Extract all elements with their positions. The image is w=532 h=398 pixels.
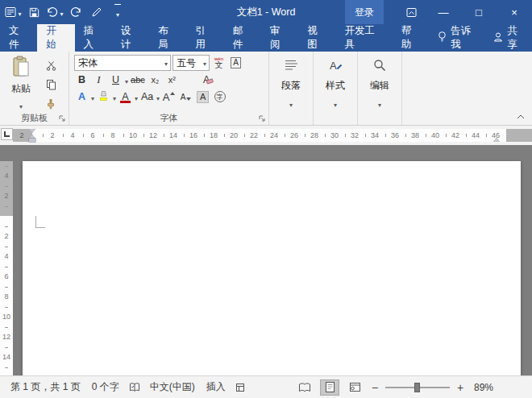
chevron-down-icon — [60, 5, 63, 19]
enclose-characters-button[interactable]: 字 — [212, 89, 227, 105]
tab-home[interactable]: 开始 — [37, 24, 74, 52]
tab-insert[interactable]: 插入 — [75, 24, 112, 52]
zoom-percentage[interactable]: 89% — [471, 382, 493, 393]
maximize-button[interactable]: □ — [461, 0, 497, 24]
tab-help[interactable]: 帮助 — [393, 24, 430, 52]
ruler-number: 8 — [110, 129, 114, 142]
strikethrough-button[interactable]: abc — [130, 73, 146, 88]
highlight-button[interactable] — [96, 89, 111, 105]
tab-view[interactable]: 视图 — [298, 24, 335, 52]
tab-file[interactable]: 文件 — [0, 24, 37, 52]
text-effects-button[interactable]: A — [74, 89, 89, 105]
pen-icon[interactable] — [87, 2, 106, 23]
font-group-label: 字体 — [69, 112, 268, 124]
superscript-button[interactable]: x² — [164, 73, 180, 88]
chevron-down-icon — [289, 96, 293, 110]
font-color-caret-icon[interactable] — [135, 89, 138, 104]
save-button[interactable] — [24, 2, 44, 23]
redo-button[interactable] — [66, 2, 85, 23]
underline-caret-icon[interactable] — [125, 73, 128, 87]
underline-button[interactable]: U — [108, 73, 123, 88]
left-indent-marker[interactable] — [29, 139, 35, 142]
tab-selector-button[interactable] — [1, 128, 13, 140]
chevron-down-icon — [378, 96, 381, 110]
language-indicator[interactable]: 中文(中国) — [144, 380, 201, 394]
paste-button[interactable]: 粘贴 — [4, 55, 38, 112]
font-color-button[interactable]: A — [118, 89, 133, 105]
spellcheck-icon[interactable] — [125, 382, 144, 392]
close-button[interactable]: × — [497, 0, 532, 24]
tab-developer[interactable]: 开发工具 — [336, 24, 393, 52]
change-case-caret-icon[interactable] — [156, 89, 160, 104]
clear-formatting-button[interactable]: A — [199, 73, 214, 88]
collapse-ribbon-button[interactable] — [513, 111, 528, 122]
app-icon[interactable] — [3, 2, 23, 23]
change-case-button[interactable]: Aa — [139, 89, 155, 105]
font-dialog-launcher[interactable] — [257, 114, 267, 123]
paragraph-group-button[interactable]: 段落 — [269, 52, 314, 125]
highlight-caret-icon[interactable] — [113, 89, 116, 104]
person-icon — [493, 31, 504, 45]
tab-references[interactable]: 引用 — [186, 24, 223, 52]
tab-mailings[interactable]: 邮件 — [224, 24, 261, 52]
read-mode-button[interactable] — [295, 379, 314, 396]
chevron-down-icon — [19, 97, 23, 112]
svg-text:A: A — [330, 60, 337, 72]
share-button[interactable]: 共享 — [487, 24, 532, 52]
ruler-number: 12 — [0, 333, 13, 341]
ruler-number: 2 — [50, 129, 54, 142]
font-size-combo[interactable]: 五号 — [172, 55, 210, 71]
ruler-number: 6 — [90, 129, 94, 142]
ruler-number: 2 — [0, 192, 13, 200]
shrink-font-button[interactable]: A — [178, 89, 193, 105]
first-line-indent-marker[interactable] — [29, 129, 35, 133]
cut-button[interactable] — [41, 57, 60, 73]
ruler-number: 8 — [0, 292, 13, 301]
ribbon-display-options-button[interactable] — [397, 0, 426, 24]
text-boundary-corner-mark — [35, 216, 45, 228]
ruler-number: 10 — [129, 129, 137, 142]
document-page[interactable] — [23, 161, 521, 375]
text-effects-caret-icon[interactable] — [91, 89, 94, 104]
sign-in-button[interactable]: 登录 — [345, 0, 384, 24]
phonetic-guide-button[interactable]: wén文 — [211, 56, 227, 71]
font-name-combo[interactable]: 宋体 — [74, 55, 171, 71]
subscript-button[interactable]: x₂ — [148, 73, 163, 88]
ruler-number: 46 — [492, 129, 500, 142]
ruler-row: 2 24681012141618202224262830323436384042… — [0, 126, 532, 145]
italic-button[interactable]: I — [91, 73, 106, 88]
ruler-number: 4 — [0, 172, 13, 180]
editing-group-button[interactable]: 编辑 — [358, 52, 402, 125]
magnifier-icon — [372, 58, 387, 76]
page-indicator[interactable]: 第 1 页，共 1 页 — [5, 380, 86, 394]
character-border-button[interactable]: A — [228, 56, 243, 71]
styles-group-button[interactable]: A 样式 — [314, 52, 358, 125]
print-layout-button[interactable] — [320, 379, 339, 396]
clipboard-small-buttons — [41, 55, 60, 112]
ruler-number: 22 — [250, 129, 258, 142]
zoom-in-button[interactable]: + — [455, 381, 465, 394]
ribbon-tab-bar: 文件 开始 插入 设计 布局 引用 邮件 审阅 视图 开发工具 帮助 告诉我 共… — [0, 24, 532, 52]
minimize-button[interactable]: — — [426, 0, 461, 24]
character-shading-button[interactable]: A — [195, 89, 210, 105]
tab-tell-me[interactable]: 告诉我 — [430, 24, 487, 52]
status-bar: 第 1 页，共 1 页 0 个字 中文(中国) 插入 − — [0, 375, 532, 398]
clipboard-dialog-launcher[interactable] — [57, 114, 67, 123]
zoom-slider-thumb[interactable] — [414, 383, 420, 392]
tab-review[interactable]: 审阅 — [261, 24, 298, 52]
zoom-slider[interactable] — [385, 382, 450, 393]
ruler-number: 14 — [169, 129, 177, 142]
word-count[interactable]: 0 个字 — [86, 380, 125, 394]
format-painter-button[interactable] — [41, 96, 60, 112]
copy-button[interactable] — [41, 77, 60, 93]
grow-font-button[interactable]: A — [161, 89, 177, 105]
tab-design[interactable]: 设计 — [112, 24, 149, 52]
customize-quick-access-button[interactable] — [108, 2, 127, 23]
insert-mode-indicator[interactable]: 插入 — [201, 380, 231, 394]
web-layout-button[interactable] — [345, 379, 364, 396]
bold-button[interactable]: B — [74, 73, 89, 88]
undo-button[interactable] — [45, 2, 64, 23]
macro-record-icon[interactable] — [231, 383, 249, 392]
zoom-out-button[interactable]: − — [370, 381, 380, 394]
tab-layout[interactable]: 布局 — [149, 24, 186, 52]
